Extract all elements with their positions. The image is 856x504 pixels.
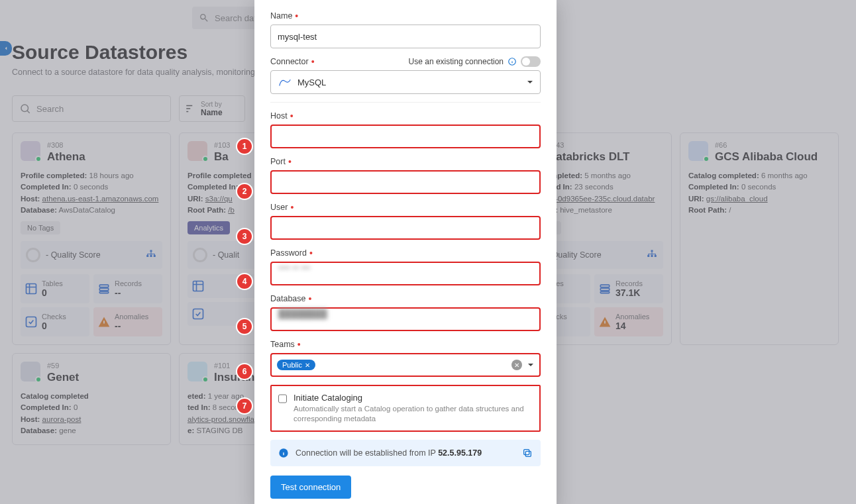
caret-down-icon <box>527 79 533 85</box>
ip-info-bar: Connection will be established from IP 5… <box>270 440 541 466</box>
svg-rect-40 <box>524 450 529 455</box>
info-icon <box>508 57 517 66</box>
user-input[interactable] <box>270 216 541 240</box>
catalog-desc: Automatically start a Catalog operation … <box>294 404 533 424</box>
connector-select[interactable]: MySQL <box>270 70 541 94</box>
name-label: Name• <box>270 11 541 21</box>
annotation-badge-2: 2 <box>237 184 252 199</box>
database-input[interactable]: ████████ <box>270 307 541 331</box>
connector-label: Connector• <box>270 56 315 67</box>
clear-teams-icon[interactable]: ✕ <box>511 360 522 370</box>
initiate-catalog-checkbox[interactable] <box>278 393 287 404</box>
host-input[interactable] <box>270 125 541 148</box>
annotation-badge-7: 7 <box>237 399 252 413</box>
annotation-badge-3: 3 <box>237 229 252 244</box>
caret-down-icon <box>527 362 534 368</box>
existing-conn-toggle[interactable] <box>521 56 541 67</box>
annotation-badge-1: 1 <box>237 139 252 154</box>
annotation-badge-6: 6 <box>237 364 252 379</box>
teams-label: Teams• <box>270 339 541 350</box>
database-label: Database• <box>270 293 541 304</box>
info-text: Connection will be established from IP <box>295 448 438 458</box>
info-icon <box>278 448 289 458</box>
user-label: User• <box>270 202 541 213</box>
svg-rect-39 <box>525 451 531 456</box>
name-input[interactable] <box>270 25 541 48</box>
annotation-badge-5: 5 <box>237 319 252 334</box>
info-ip: 52.5.95.179 <box>438 448 482 458</box>
host-label: Host• <box>270 111 541 121</box>
copy-icon[interactable] <box>522 448 533 458</box>
password-label: Password• <box>270 248 541 258</box>
initiate-catalog-box: Initiate Cataloging Automatically start … <box>270 385 541 432</box>
annotation-badge-4: 4 <box>237 274 252 289</box>
teams-select[interactable]: Public✕ ✕ <box>270 353 541 377</box>
team-chip-public[interactable]: Public✕ <box>277 360 315 370</box>
password-input[interactable]: •••• •• ••• <box>270 262 541 285</box>
mysql-icon <box>278 76 292 88</box>
connector-value: MySQL <box>297 77 326 87</box>
add-datastore-modal: Name• Connector• Use an existing connect… <box>254 0 557 504</box>
port-label: Port• <box>270 156 541 167</box>
existing-conn-label: Use an existing connection <box>409 57 504 66</box>
port-input[interactable] <box>270 170 541 194</box>
test-connection-button[interactable]: Test connection <box>270 476 351 499</box>
catalog-title: Initiate Cataloging <box>294 393 533 403</box>
